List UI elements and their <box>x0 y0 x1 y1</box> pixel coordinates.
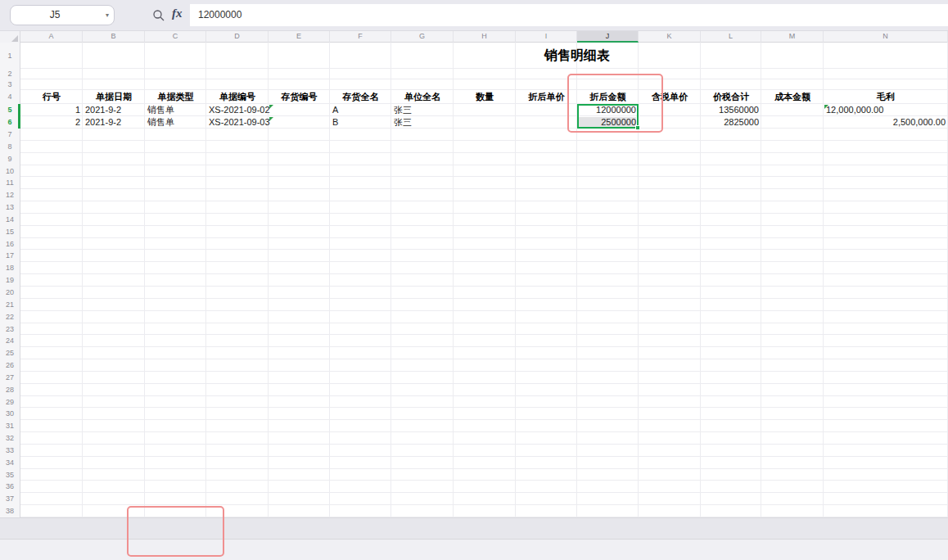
cell-N6[interactable]: 2,500,000.00 <box>824 116 948 129</box>
cell-A6[interactable]: 2 <box>20 116 83 129</box>
row-header-32[interactable]: 32 <box>0 432 20 445</box>
row-header-29[interactable]: 29 <box>0 396 20 409</box>
row-header-36[interactable]: 36 <box>0 481 20 493</box>
row-header-27[interactable]: 27 <box>0 372 20 384</box>
row-header-6[interactable]: 6 <box>0 116 20 129</box>
gridline <box>20 395 948 396</box>
column-header-F[interactable]: F <box>330 31 391 43</box>
column-title-L[interactable]: 价税合计 <box>701 90 761 104</box>
row-header-8[interactable]: 8 <box>0 141 20 153</box>
row-header-9[interactable]: 9 <box>0 153 20 165</box>
gridline <box>20 456 948 457</box>
row-header-31[interactable]: 31 <box>0 420 20 432</box>
column-title-E[interactable]: 存货编号 <box>269 90 330 104</box>
row-selection-bar <box>18 116 20 129</box>
gridline <box>20 286 948 287</box>
cell-D5[interactable]: XS-2021-09-02 <box>206 104 269 116</box>
row-header-10[interactable]: 10 <box>0 165 20 178</box>
row-header-26[interactable]: 26 <box>0 359 20 372</box>
column-header-G[interactable]: G <box>391 31 454 43</box>
row-header-30[interactable]: 30 <box>0 408 20 420</box>
column-header-D[interactable]: D <box>206 31 269 43</box>
row-header-2[interactable]: 2 <box>0 69 20 79</box>
column-title-C[interactable]: 单据类型 <box>145 90 206 104</box>
gridline <box>20 468 948 469</box>
row-header-28[interactable]: 28 <box>0 384 20 396</box>
row-header-21[interactable]: 21 <box>0 299 20 311</box>
column-header-H[interactable]: H <box>454 31 516 43</box>
sheet-title: 销售明细表 <box>516 43 639 69</box>
column-title-H[interactable]: 数量 <box>454 90 516 104</box>
row-header-13[interactable]: 13 <box>0 201 20 214</box>
column-header-A[interactable]: A <box>20 31 83 43</box>
gridline <box>20 261 948 262</box>
column-header-I[interactable]: I <box>516 31 577 43</box>
column-title-B[interactable]: 单据日期 <box>83 90 145 104</box>
row-header-23[interactable]: 23 <box>0 323 20 336</box>
row-header-17[interactable]: 17 <box>0 250 20 262</box>
gridline <box>20 504 948 505</box>
cell-B5[interactable]: 2021-9-2 <box>83 104 145 116</box>
column-title-D[interactable]: 单据编号 <box>206 90 269 104</box>
cell-C6[interactable]: 销售单 <box>145 116 206 129</box>
column-title-N[interactable]: 毛利 <box>824 90 948 104</box>
gridline <box>20 359 948 359</box>
comment-indicator <box>269 105 273 109</box>
cell-C5[interactable]: 销售单 <box>145 104 206 116</box>
column-header-E[interactable]: E <box>269 31 330 43</box>
gridline <box>20 346 948 347</box>
row-header-11[interactable]: 11 <box>0 177 20 189</box>
row-header-3[interactable]: 3 <box>0 79 20 90</box>
cell-F5[interactable]: A <box>330 104 391 116</box>
column-header-L[interactable]: L <box>701 31 761 43</box>
comment-indicator <box>824 105 828 109</box>
row-header-37[interactable]: 37 <box>0 493 20 505</box>
gridline <box>20 298 948 299</box>
cell-F6[interactable]: B <box>330 116 391 129</box>
column-header-B[interactable]: B <box>83 31 145 43</box>
column-title-A[interactable]: 行号 <box>20 90 83 104</box>
cell-L5[interactable]: 13560000 <box>701 104 761 116</box>
row-header-38[interactable]: 38 <box>0 505 20 517</box>
cell-N5[interactable]: 12,000,000.00 <box>824 104 948 116</box>
cell-L6[interactable]: 2825000 <box>701 116 761 129</box>
comment-indicator <box>269 117 273 121</box>
row-header-12[interactable]: 12 <box>0 189 20 201</box>
cell-D6[interactable]: XS-2021-09-03 <box>206 116 269 129</box>
row-header-22[interactable]: 22 <box>0 311 20 323</box>
row-header-24[interactable]: 24 <box>0 335 20 347</box>
row-header-19[interactable]: 19 <box>0 274 20 287</box>
gridline <box>20 237 948 238</box>
row-header-14[interactable]: 14 <box>0 214 20 226</box>
row-header-20[interactable]: 20 <box>0 287 20 299</box>
gridline <box>20 334 948 335</box>
gridline <box>20 419 948 420</box>
row-header-35[interactable]: 35 <box>0 469 20 481</box>
row-header-33[interactable]: 33 <box>0 445 20 457</box>
column-title-G[interactable]: 单位全名 <box>391 90 454 104</box>
column-title-M[interactable]: 成本金额 <box>761 90 824 104</box>
column-header-K[interactable]: K <box>639 31 701 43</box>
gridline <box>20 444 948 445</box>
column-header-J[interactable]: J <box>577 31 639 43</box>
row-header-1[interactable]: 1 <box>0 43 20 69</box>
column-header-C[interactable]: C <box>145 31 206 43</box>
cell-G5[interactable]: 张三 <box>391 104 454 116</box>
row-header-7[interactable]: 7 <box>0 129 20 141</box>
row-header-15[interactable]: 15 <box>0 226 20 238</box>
row-header-4[interactable]: 4 <box>0 90 20 104</box>
row-header-34[interactable]: 34 <box>0 457 20 469</box>
row-header-16[interactable]: 16 <box>0 238 20 251</box>
column-header-N[interactable]: N <box>824 31 948 43</box>
cell-G6[interactable]: 张三 <box>391 116 454 129</box>
row-header-18[interactable]: 18 <box>0 262 20 274</box>
annotation-rect-selection <box>567 74 663 133</box>
column-header-M[interactable]: M <box>761 31 824 43</box>
cell-A5[interactable]: 1 <box>20 104 83 116</box>
row-header-5[interactable]: 5 <box>0 104 20 116</box>
row-header-25[interactable]: 25 <box>0 347 20 359</box>
cell-B6[interactable]: 2021-9-2 <box>83 116 145 129</box>
gridline <box>20 79 948 79</box>
column-title-F[interactable]: 存货全名 <box>330 90 391 104</box>
gridline <box>20 383 948 384</box>
